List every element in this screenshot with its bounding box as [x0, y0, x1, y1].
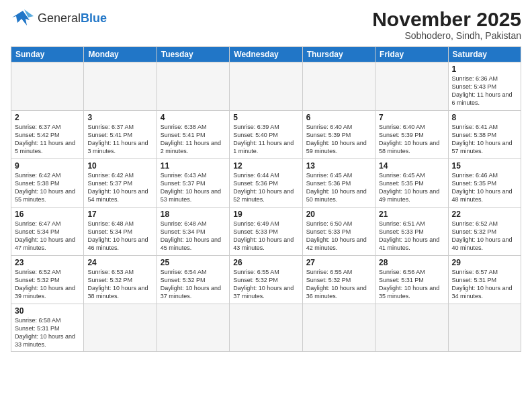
table-row: 20Sunrise: 6:50 AMSunset: 5:33 PMDayligh…: [302, 208, 375, 256]
day-info: Sunrise: 6:45 AMSunset: 5:35 PMDaylight:…: [379, 171, 444, 204]
day-number: 7: [379, 113, 444, 122]
day-info: Sunrise: 6:58 AMSunset: 5:31 PMDaylight:…: [15, 316, 80, 349]
day-number: 8: [452, 113, 517, 122]
logo: GeneralBlue: [11, 8, 107, 28]
day-number: 18: [161, 210, 226, 219]
day-info: Sunrise: 6:44 AMSunset: 5:36 PMDaylight:…: [233, 171, 298, 204]
main-title: November 2025: [372, 8, 521, 30]
day-info: Sunrise: 6:40 AMSunset: 5:39 PMDaylight:…: [379, 123, 444, 156]
table-row: [230, 62, 302, 111]
day-info: Sunrise: 6:56 AMSunset: 5:31 PMDaylight:…: [379, 268, 444, 301]
day-info: Sunrise: 6:57 AMSunset: 5:31 PMDaylight:…: [452, 268, 517, 301]
day-info: Sunrise: 6:46 AMSunset: 5:35 PMDaylight:…: [452, 171, 517, 204]
day-info: Sunrise: 6:54 AMSunset: 5:32 PMDaylight:…: [161, 268, 226, 301]
page: GeneralBlue November 2025 Sobhodero, Sin…: [0, 0, 532, 411]
day-number: 28: [379, 258, 444, 267]
day-number: 11: [161, 161, 226, 171]
day-info: Sunrise: 6:48 AMSunset: 5:34 PMDaylight:…: [87, 220, 152, 253]
calendar-table: Sunday Monday Tuesday Wednesday Thursday…: [11, 46, 521, 352]
table-row: [157, 62, 229, 111]
day-info: Sunrise: 6:39 AMSunset: 5:40 PMDaylight:…: [233, 123, 298, 156]
day-info: Sunrise: 6:41 AMSunset: 5:38 PMDaylight:…: [452, 123, 517, 156]
table-row: 2Sunrise: 6:37 AMSunset: 5:42 PMDaylight…: [11, 111, 84, 159]
table-row: 19Sunrise: 6:49 AMSunset: 5:33 PMDayligh…: [230, 208, 302, 256]
table-row: 8Sunrise: 6:41 AMSunset: 5:38 PMDaylight…: [448, 111, 521, 159]
day-number: 12: [233, 161, 298, 171]
title-block: November 2025 Sobhodero, Sindh, Pakistan: [372, 8, 521, 41]
table-row: [157, 304, 229, 352]
table-row: 15Sunrise: 6:46 AMSunset: 5:35 PMDayligh…: [448, 159, 521, 208]
table-row: 13Sunrise: 6:45 AMSunset: 5:36 PMDayligh…: [302, 159, 375, 208]
day-info: Sunrise: 6:51 AMSunset: 5:33 PMDaylight:…: [379, 220, 444, 253]
table-row: [302, 304, 375, 352]
table-row: 25Sunrise: 6:54 AMSunset: 5:32 PMDayligh…: [157, 256, 229, 304]
table-row: 6Sunrise: 6:40 AMSunset: 5:39 PMDaylight…: [302, 111, 375, 159]
table-row: 16Sunrise: 6:47 AMSunset: 5:34 PMDayligh…: [11, 208, 84, 256]
col-wednesday: Wednesday: [230, 47, 302, 62]
day-info: Sunrise: 6:47 AMSunset: 5:34 PMDaylight:…: [15, 220, 80, 253]
day-number: 30: [15, 306, 80, 316]
day-info: Sunrise: 6:38 AMSunset: 5:41 PMDaylight:…: [161, 123, 226, 156]
table-row: [375, 62, 448, 111]
day-number: 27: [306, 258, 371, 267]
day-info: Sunrise: 6:48 AMSunset: 5:34 PMDaylight:…: [161, 220, 226, 253]
day-number: 23: [15, 258, 80, 267]
table-row: 21Sunrise: 6:51 AMSunset: 5:33 PMDayligh…: [375, 208, 448, 256]
calendar-week-row: 30Sunrise: 6:58 AMSunset: 5:31 PMDayligh…: [11, 304, 521, 352]
subtitle: Sobhodero, Sindh, Pakistan: [372, 30, 521, 41]
table-row: 14Sunrise: 6:45 AMSunset: 5:35 PMDayligh…: [375, 159, 448, 208]
logo-icon: [11, 8, 35, 28]
day-number: 5: [233, 113, 298, 122]
day-number: 13: [306, 161, 371, 171]
day-info: Sunrise: 6:45 AMSunset: 5:36 PMDaylight:…: [306, 171, 371, 204]
day-number: 2: [15, 113, 80, 122]
table-row: 30Sunrise: 6:58 AMSunset: 5:31 PMDayligh…: [11, 304, 84, 352]
day-info: Sunrise: 6:43 AMSunset: 5:37 PMDaylight:…: [161, 171, 226, 204]
day-info: Sunrise: 6:36 AMSunset: 5:43 PMDaylight:…: [452, 75, 517, 107]
day-info: Sunrise: 6:55 AMSunset: 5:32 PMDaylight:…: [233, 268, 298, 301]
day-info: Sunrise: 6:55 AMSunset: 5:32 PMDaylight:…: [306, 268, 371, 301]
day-info: Sunrise: 6:40 AMSunset: 5:39 PMDaylight:…: [306, 123, 371, 156]
day-info: Sunrise: 6:52 AMSunset: 5:32 PMDaylight:…: [15, 268, 80, 301]
col-friday: Friday: [375, 47, 448, 62]
day-number: 3: [87, 113, 152, 122]
day-number: 25: [161, 258, 226, 267]
table-row: 7Sunrise: 6:40 AMSunset: 5:39 PMDaylight…: [375, 111, 448, 159]
day-number: 14: [379, 161, 444, 171]
day-number: 15: [452, 161, 517, 171]
day-number: 21: [379, 210, 444, 219]
day-number: 20: [306, 210, 371, 219]
logo-text: GeneralBlue: [38, 11, 107, 26]
table-row: 18Sunrise: 6:48 AMSunset: 5:34 PMDayligh…: [157, 208, 229, 256]
day-info: Sunrise: 6:37 AMSunset: 5:42 PMDaylight:…: [15, 123, 80, 156]
table-row: 28Sunrise: 6:56 AMSunset: 5:31 PMDayligh…: [375, 256, 448, 304]
table-row: 4Sunrise: 6:38 AMSunset: 5:41 PMDaylight…: [157, 111, 229, 159]
day-info: Sunrise: 6:52 AMSunset: 5:32 PMDaylight:…: [452, 220, 517, 253]
day-info: Sunrise: 6:37 AMSunset: 5:41 PMDaylight:…: [87, 123, 152, 156]
day-number: 4: [161, 113, 226, 122]
table-row: [84, 304, 157, 352]
calendar-week-row: 9Sunrise: 6:42 AMSunset: 5:38 PMDaylight…: [11, 159, 521, 208]
day-info: Sunrise: 6:42 AMSunset: 5:37 PMDaylight:…: [87, 171, 152, 204]
col-thursday: Thursday: [302, 47, 375, 62]
table-row: [11, 62, 84, 111]
table-row: 1Sunrise: 6:36 AMSunset: 5:43 PMDaylight…: [448, 62, 521, 111]
table-row: 9Sunrise: 6:42 AMSunset: 5:38 PMDaylight…: [11, 159, 84, 208]
day-number: 24: [87, 258, 152, 267]
table-row: 29Sunrise: 6:57 AMSunset: 5:31 PMDayligh…: [448, 256, 521, 304]
day-number: 16: [15, 210, 80, 219]
table-row: 17Sunrise: 6:48 AMSunset: 5:34 PMDayligh…: [84, 208, 157, 256]
table-row: 5Sunrise: 6:39 AMSunset: 5:40 PMDaylight…: [230, 111, 302, 159]
day-number: 9: [15, 161, 80, 171]
calendar-header-row: Sunday Monday Tuesday Wednesday Thursday…: [11, 47, 521, 62]
day-info: Sunrise: 6:50 AMSunset: 5:33 PMDaylight:…: [306, 220, 371, 253]
col-monday: Monday: [84, 47, 157, 62]
day-info: Sunrise: 6:53 AMSunset: 5:32 PMDaylight:…: [87, 268, 152, 301]
day-number: 6: [306, 113, 371, 122]
table-row: 12Sunrise: 6:44 AMSunset: 5:36 PMDayligh…: [230, 159, 302, 208]
calendar-week-row: 2Sunrise: 6:37 AMSunset: 5:42 PMDaylight…: [11, 111, 521, 159]
col-tuesday: Tuesday: [157, 47, 229, 62]
day-number: 1: [452, 64, 517, 74]
day-number: 19: [233, 210, 298, 219]
table-row: 10Sunrise: 6:42 AMSunset: 5:37 PMDayligh…: [84, 159, 157, 208]
